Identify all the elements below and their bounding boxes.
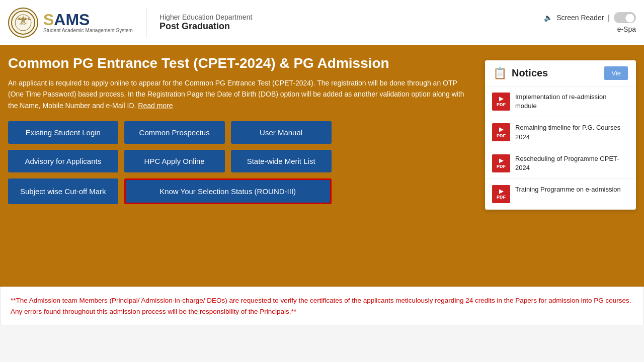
banner-title: Common PG Entrance Test (CPET-2024) & PG… bbox=[8, 55, 470, 71]
dept-info: Higher Education Department Post Graduat… bbox=[159, 13, 252, 32]
screen-reader-label: Screen Reader bbox=[556, 14, 604, 22]
notice-item-4[interactable]: ▶ PDF Training Programme on e-admission bbox=[485, 179, 636, 210]
pdf-icon-2: ▶ PDF bbox=[492, 123, 510, 141]
bottom-bar: **The Admission team Members (Principal/… bbox=[0, 287, 644, 325]
espa-link[interactable]: e-Spa bbox=[617, 25, 636, 33]
sams-name: SAMS bbox=[43, 12, 133, 28]
banner-description: An applicant is required to apply online… bbox=[8, 77, 470, 111]
action-buttons-grid: Existing Student Login Common Prospectus… bbox=[8, 121, 332, 204]
pg-label: Post Graduation bbox=[159, 21, 252, 32]
notices-title: Notices bbox=[512, 67, 548, 79]
screen-reader-row: 🔈 Screen Reader | bbox=[544, 12, 636, 23]
banner-content: Common PG Entrance Test (CPET-2024) & PG… bbox=[8, 55, 475, 277]
svg-text:GOVT: GOVT bbox=[20, 23, 27, 26]
state-wide-merit-list-button[interactable]: State-wide Merit List bbox=[231, 150, 332, 172]
user-manual-button[interactable]: User Manual bbox=[231, 121, 332, 144]
bottom-notice-text: **The Admission team Members (Principal/… bbox=[11, 295, 633, 317]
pdf-icon-1: ▶ PDF bbox=[492, 93, 510, 111]
notice-text-2: Remaining timeline for P.G. Courses 2024 bbox=[515, 123, 629, 141]
notice-text-3: Rescheduling of Programme CPET-2024 bbox=[515, 154, 629, 172]
existing-student-login-button[interactable]: Existing Student Login bbox=[8, 121, 118, 144]
separator: | bbox=[608, 14, 610, 22]
notices-header: 📋 Notices Vie bbox=[485, 60, 636, 86]
logo-area: ODISHA GOVT SAMS Student Academic Manage… bbox=[8, 8, 252, 38]
hpc-apply-online-button[interactable]: HPC Apply Online bbox=[124, 150, 225, 172]
notices-panel: 📋 Notices Vie ▶ PDF Implementation of re… bbox=[485, 60, 636, 210]
pdf-icon-3: ▶ PDF bbox=[492, 154, 510, 172]
notice-item-1[interactable]: ▶ PDF Implementation of re-admission mod… bbox=[485, 86, 636, 117]
header-divider bbox=[146, 8, 146, 38]
speaker-icon: 🔈 bbox=[544, 14, 552, 22]
read-more-link[interactable]: Read more bbox=[138, 102, 173, 110]
pdf-icon-4: ▶ PDF bbox=[492, 185, 510, 203]
screen-reader-toggle[interactable] bbox=[614, 12, 636, 23]
know-selection-status-button[interactable]: Know Your Selection Status (ROUND-III) bbox=[124, 178, 332, 204]
sams-subtitle: Student Academic Management System bbox=[43, 28, 133, 33]
banner: Common PG Entrance Test (CPET-2024) & PG… bbox=[0, 45, 644, 287]
notices-title-row: 📋 Notices bbox=[493, 67, 548, 80]
advisory-applicants-button[interactable]: Advisory for Applicants bbox=[8, 150, 118, 172]
notices-icon: 📋 bbox=[493, 67, 507, 80]
notice-text-4: Training Programme on e-admission bbox=[515, 185, 621, 194]
sams-logo: ODISHA GOVT bbox=[8, 8, 38, 38]
notices-view-button[interactable]: Vie bbox=[604, 66, 628, 80]
common-prospectus-button[interactable]: Common Prospectus bbox=[124, 121, 225, 144]
notice-item-2[interactable]: ▶ PDF Remaining timeline for P.G. Course… bbox=[485, 117, 636, 148]
sams-brand-text: SAMS Student Academic Management System bbox=[43, 12, 133, 33]
subject-cutoff-button[interactable]: Subject wise Cut-off Mark bbox=[8, 178, 118, 204]
header-right: 🔈 Screen Reader | e-Spa bbox=[544, 12, 636, 33]
notice-text-1: Implementation of re-admission module bbox=[515, 93, 629, 111]
dept-name: Higher Education Department bbox=[159, 13, 252, 21]
notice-item-3[interactable]: ▶ PDF Rescheduling of Programme CPET-202… bbox=[485, 148, 636, 179]
header: ODISHA GOVT SAMS Student Academic Manage… bbox=[0, 0, 644, 45]
